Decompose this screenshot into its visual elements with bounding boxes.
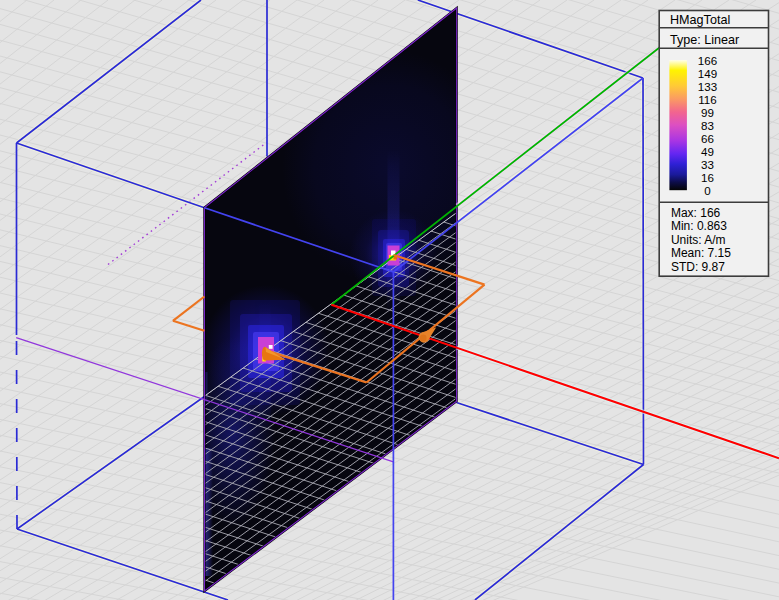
svg-text:66: 66 xyxy=(701,132,714,145)
svg-text:STD: 9.87: STD: 9.87 xyxy=(671,260,725,274)
svg-text:Units: A/m: Units: A/m xyxy=(671,233,726,247)
svg-text:116: 116 xyxy=(698,93,716,106)
svg-text:149: 149 xyxy=(698,67,717,80)
svg-text:0: 0 xyxy=(704,184,710,197)
svg-text:Max: 166: Max: 166 xyxy=(671,206,721,220)
svg-text:49: 49 xyxy=(701,145,714,158)
svg-text:166: 166 xyxy=(698,54,717,67)
svg-text:Min: 0.863: Min: 0.863 xyxy=(671,219,727,233)
svg-text:99: 99 xyxy=(701,106,714,119)
svg-text:16: 16 xyxy=(701,171,714,184)
svg-text:33: 33 xyxy=(701,158,714,171)
svg-text:Mean: 7.15: Mean: 7.15 xyxy=(671,246,731,260)
svg-text:133: 133 xyxy=(698,80,717,93)
svg-text:83: 83 xyxy=(701,119,714,132)
svg-text:Type: Linear: Type: Linear xyxy=(670,33,739,47)
svg-text:HMagTotal: HMagTotal xyxy=(670,13,730,27)
